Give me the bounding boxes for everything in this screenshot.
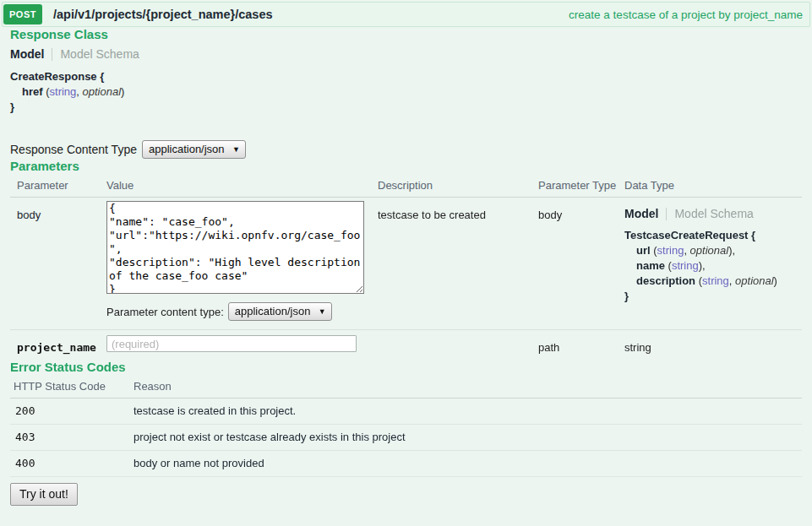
model-property: href (string, optional): [10, 84, 802, 100]
status-code: 403: [10, 425, 134, 451]
model-open: TestcaseCreateRequest {: [624, 229, 755, 241]
model-open: CreateResponse {: [10, 70, 104, 83]
model-property: url (string, optional),: [624, 243, 802, 258]
punct: (: [665, 259, 672, 272]
property-flag: optional: [690, 244, 729, 257]
param-name: body: [10, 198, 106, 330]
tab-model[interactable]: Model: [10, 47, 44, 61]
operation-header[interactable]: POST /api/v1/projects/{project_name}/cas…: [2, 2, 810, 27]
punct: ,: [702, 259, 706, 272]
request-model-signature: TestcaseCreateRequest { url (string, opt…: [624, 228, 802, 304]
param-type: body: [538, 198, 624, 330]
operation-summary-link[interactable]: create a testcase of a project by projec…: [569, 8, 803, 21]
parameter-content-type-label: Parameter content type:: [106, 306, 224, 318]
parameters-header-row: Parameter Value Description Parameter Ty…: [10, 173, 802, 198]
punct: (: [695, 274, 702, 287]
error-row: 403 project not exist or testcase alread…: [10, 425, 802, 451]
operation-panel: POST /api/v1/projects/{project_name}/cas…: [0, 0, 812, 507]
punct: ): [774, 274, 777, 287]
endpoint-path-link[interactable]: /api/v1/projects/{project_name}/cases: [53, 8, 273, 21]
status-reason: body or name not provided: [134, 451, 802, 477]
request-model-tabs: Model Model Schema: [624, 207, 802, 220]
tab-model[interactable]: Model: [624, 207, 658, 220]
punct: (: [651, 244, 657, 257]
error-codes-table: HTTP Status Code Reason 200 testcase is …: [10, 374, 802, 477]
tab-model-schema[interactable]: Model Schema: [674, 207, 753, 220]
param-row-project-name: project_name path string: [10, 330, 802, 361]
property-name: description: [636, 274, 695, 287]
param-value-cell: { "name": "case_foo", "url":"https://wik…: [106, 198, 378, 330]
punct: ,: [684, 244, 689, 257]
param-data-type: string: [624, 330, 802, 361]
col-description: Description: [378, 173, 538, 198]
http-method-badge: POST: [3, 4, 42, 24]
model-property: description (string, optional): [624, 274, 802, 289]
property-flag: optional: [83, 85, 122, 98]
status-reason: testcase is created in this project.: [134, 399, 802, 425]
error-status-codes-heading: Error Status Codes: [10, 360, 802, 374]
property-type: string: [702, 274, 729, 287]
punct: ,: [729, 274, 735, 287]
try-it-out-button[interactable]: Try it out!: [10, 483, 78, 506]
response-content-type-select-wrap: application/json ▼: [142, 140, 246, 159]
project-name-input[interactable]: [106, 335, 357, 352]
param-value-cell: [106, 330, 378, 361]
property-type: string: [672, 259, 699, 272]
response-model-tabs: Model Model Schema: [10, 47, 802, 61]
param-data-type-cell: Model Model Schema TestcaseCreateRequest…: [624, 198, 802, 330]
col-parameter-type: Parameter Type: [538, 173, 624, 198]
property-type: string: [657, 244, 684, 257]
col-parameter: Parameter: [10, 173, 106, 198]
model-property: name (string),: [624, 258, 802, 274]
param-type: path: [538, 330, 624, 361]
status-code: 200: [10, 399, 134, 425]
property-name: url: [636, 244, 651, 257]
response-model-signature: CreateResponse { href (string, optional)…: [10, 69, 802, 115]
operation-content: Response Class Model Model Schema Create…: [2, 27, 810, 506]
property-flag: optional: [735, 274, 774, 287]
error-codes-header-row: HTTP Status Code Reason: [10, 374, 802, 399]
response-content-type-select[interactable]: application/json: [142, 140, 246, 159]
col-reason: Reason: [134, 374, 802, 399]
body-parameter-textarea[interactable]: { "name": "case_foo", "url":"https://wik…: [106, 201, 364, 294]
col-http-status-code: HTTP Status Code: [10, 374, 134, 399]
error-row: 400 body or name not provided: [10, 451, 802, 477]
model-close: }: [10, 100, 14, 113]
parameter-content-type-select-wrap: application/json ▼: [228, 302, 332, 321]
param-description: [378, 330, 538, 361]
punct: (: [43, 85, 50, 98]
parameters-heading: Parameters: [10, 159, 802, 173]
punct: ): [121, 85, 124, 98]
property-type: string: [50, 85, 77, 98]
punct: ,: [76, 85, 82, 98]
status-reason: project not exist or testcase already ex…: [134, 425, 802, 451]
parameter-content-type-select[interactable]: application/json: [228, 302, 332, 321]
param-name: project_name: [10, 330, 106, 361]
punct: ,: [733, 244, 736, 257]
model-close: }: [624, 290, 629, 302]
response-content-type-label: Response Content Type: [10, 143, 137, 156]
status-code: 400: [10, 451, 134, 477]
response-class-heading: Response Class: [10, 27, 802, 41]
tab-divider: [52, 48, 52, 61]
parameters-table: Parameter Value Description Parameter Ty…: [10, 173, 802, 360]
error-row: 200 testcase is created in this project.: [10, 399, 802, 425]
param-description: testcase to be created: [378, 198, 538, 330]
tab-model-schema[interactable]: Model Schema: [60, 47, 139, 61]
property-name: name: [636, 259, 665, 272]
col-data-type: Data Type: [624, 173, 802, 198]
col-value: Value: [106, 173, 378, 198]
parameter-content-type-row: Parameter content type: application/json…: [106, 302, 378, 321]
param-row-body: body { "name": "case_foo", "url":"https:…: [10, 198, 802, 330]
property-name: href: [22, 85, 43, 98]
tab-divider: [666, 208, 667, 220]
response-content-type-row: Response Content Type application/json ▼: [10, 140, 802, 159]
